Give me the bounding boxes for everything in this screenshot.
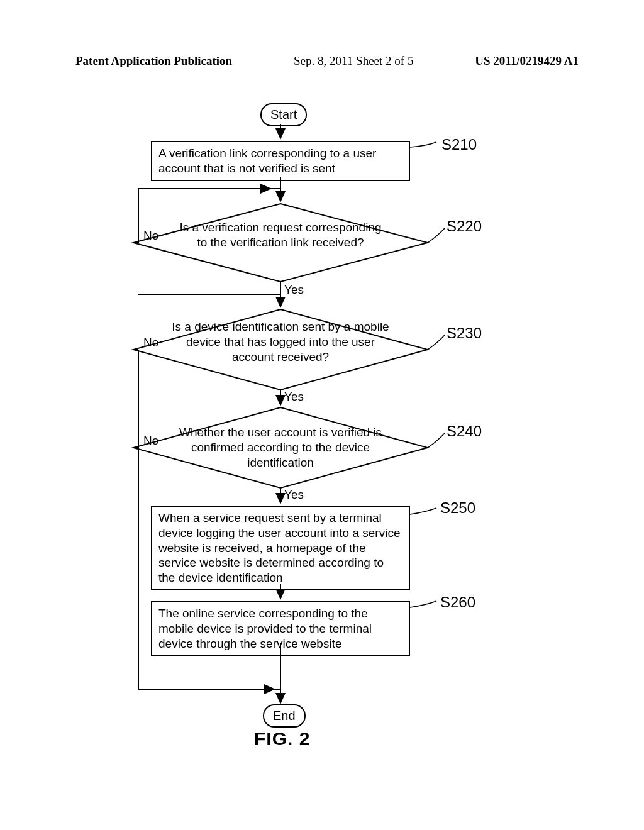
end-label: End — [273, 709, 296, 722]
branch-no-S220: No — [143, 229, 158, 243]
figure-label: FIG. 2 — [254, 728, 310, 750]
decision-S230: Is a device identification sent by a mob… — [170, 319, 391, 364]
branch-no-S230: No — [143, 336, 158, 350]
step-label-S220: S220 — [447, 218, 482, 235]
branch-yes-S240: Yes — [284, 488, 304, 502]
branch-yes-S230: Yes — [284, 390, 304, 404]
process-text: A verification link corresponding to a u… — [158, 147, 376, 175]
decision-text: Is a verification request corresponding … — [179, 221, 381, 249]
end-node: End — [263, 704, 306, 728]
header-right: US 2011/0219429 A1 — [475, 54, 579, 68]
process-text: When a service request sent by a termina… — [158, 511, 400, 584]
step-label-S240: S240 — [447, 423, 482, 440]
header-center: Sep. 8, 2011 Sheet 2 of 5 — [294, 54, 413, 68]
step-label-S250: S250 — [440, 499, 475, 517]
branch-no-S240: No — [143, 434, 158, 448]
decision-text: Whether the user account is verified is … — [179, 426, 382, 469]
page-header: Patent Application Publication Sep. 8, 2… — [75, 54, 579, 68]
process-S210: A verification link corresponding to a u… — [151, 141, 410, 181]
process-text: The online service corresponding to the … — [158, 607, 372, 650]
start-node: Start — [260, 103, 307, 126]
step-label-S210: S210 — [441, 136, 477, 153]
decision-S240: Whether the user account is verified is … — [174, 425, 387, 470]
process-S250: When a service request sent by a termina… — [151, 506, 410, 590]
branch-yes-S220: Yes — [284, 283, 304, 297]
start-label: Start — [270, 108, 297, 121]
step-label-S230: S230 — [447, 324, 482, 342]
decision-text: Is a device identification sent by a mob… — [172, 320, 389, 363]
process-S260: The online service corresponding to the … — [151, 601, 410, 656]
decision-S220: Is a verification request corresponding … — [176, 220, 385, 250]
header-left: Patent Application Publication — [75, 54, 232, 68]
step-label-S260: S260 — [440, 594, 475, 611]
flowchart-figure: Start A verification link corresponding … — [75, 99, 569, 750]
